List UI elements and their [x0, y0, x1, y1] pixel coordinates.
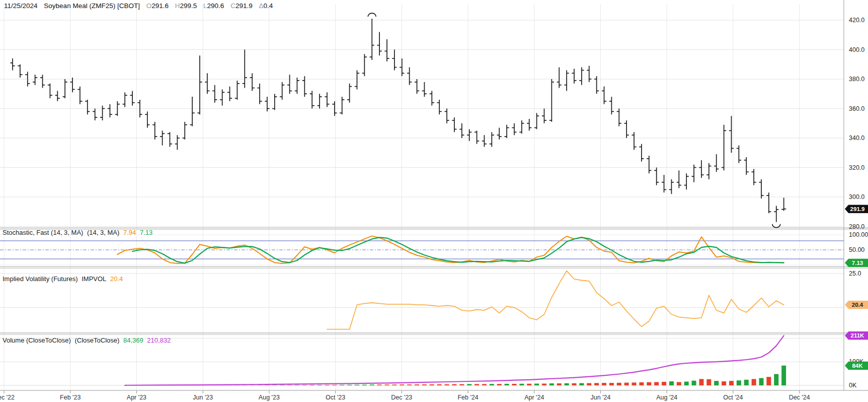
volume-bar — [519, 384, 524, 385]
volume-bar — [549, 383, 554, 385]
volume-bar — [609, 383, 614, 385]
high-arc-annotation — [368, 13, 376, 17]
volume-bar — [624, 383, 629, 385]
volume-bar — [677, 382, 681, 385]
low-label: L — [203, 2, 207, 10]
volume-bar — [318, 385, 322, 385]
volume-bar — [729, 381, 734, 385]
open-value: 291.6 — [151, 2, 169, 10]
volume-bar — [684, 382, 689, 385]
price-axis-tick: 280.0 — [849, 223, 864, 230]
stochastic-axis-tick: 100.00 — [849, 231, 868, 238]
volume-bar — [459, 384, 464, 385]
volume-bar — [422, 384, 427, 385]
volume-panel-label[interactable]: Volume (CloseToClose) (CloseToClose) 84,… — [3, 337, 173, 344]
volume-bar — [706, 379, 711, 385]
close-label: C — [230, 2, 235, 10]
x-axis-tick: Jun '24 — [591, 394, 611, 401]
stochastic-panel-label[interactable]: Stochastic, Fast (14, 3, MA) (14, 3, MA)… — [3, 229, 154, 236]
delta-value: 0.4 — [263, 2, 273, 10]
x-axis-tick: Oct '24 — [723, 394, 743, 401]
volume-bar — [647, 382, 651, 385]
volume-bar — [415, 384, 419, 385]
implied-volatility-panel-label[interactable]: Implied Volatility (Futures) IMPVOL 20.4 — [3, 275, 125, 283]
volume-bar — [452, 384, 456, 385]
volume-bar — [594, 383, 599, 385]
volume-title: Volume (CloseToClose) — [3, 337, 71, 344]
volume-bar — [272, 385, 277, 385]
x-axis-tick: Apr '24 — [524, 394, 544, 401]
volume-bar-badge: 84K — [845, 361, 868, 370]
iv-value: 20.4 — [110, 275, 123, 283]
x-axis-tick: Feb '23 — [60, 394, 81, 401]
volume-bar — [579, 383, 584, 385]
volume-bar — [490, 384, 494, 385]
x-axis-tick: Feb '24 — [457, 394, 478, 401]
price-axis-tick: 380.0 — [849, 76, 864, 83]
x-axis-tick: Jun '23 — [193, 394, 213, 401]
low-value: 290.6 — [207, 2, 224, 10]
volume-bar — [355, 385, 359, 385]
low-arc-annotation — [772, 224, 780, 228]
stochastic-axis-tick: 50.00 — [849, 246, 864, 253]
volume-bar — [752, 379, 756, 385]
volume-bar — [370, 384, 374, 385]
volume-bar — [744, 380, 749, 385]
volume-bar — [280, 385, 284, 385]
volume-bar — [654, 382, 659, 385]
x-axis-tick: Aug '24 — [656, 394, 677, 401]
volume-bar — [669, 381, 674, 385]
x-axis-tick: Apr '23 — [127, 394, 146, 401]
volume-line-badge: 211K — [845, 331, 868, 340]
volume-bar — [385, 384, 389, 385]
price-axis-tick: 320.0 — [849, 164, 864, 171]
volume-series-label: (CloseToClose) — [74, 337, 119, 344]
volume-bar — [766, 377, 771, 385]
volume-bar — [662, 382, 666, 385]
volume-close-to-close-line — [125, 336, 783, 385]
price-axis-tick: 340.0 — [849, 135, 864, 142]
iv-badge: 20.4 — [845, 301, 868, 309]
stochastic-d-line — [132, 237, 784, 263]
volume-bar — [774, 374, 778, 385]
volume-bar — [699, 379, 703, 385]
chart-title: 11/25/2024 Soybean Meal (ZMF25) [CBOT] O… — [4, 2, 273, 10]
x-axis-tick: Aug '23 — [259, 394, 280, 401]
volume-bar — [407, 384, 412, 385]
volume-bar — [325, 385, 329, 385]
volume-bar — [565, 383, 569, 385]
volume-bar — [602, 383, 606, 385]
stochastic-params: (14, 3, MA) — [87, 229, 119, 236]
volume-bar — [287, 385, 292, 385]
quote-date: 11/25/2024 — [4, 2, 38, 10]
volume-bar — [737, 380, 741, 385]
stochastic-title: Stochastic, Fast (14, 3, MA) — [3, 229, 83, 236]
price-axis-tick: 300.0 — [849, 193, 864, 200]
stoch-badge: 7.13 — [845, 258, 868, 267]
volume-bar — [722, 381, 726, 385]
instrument-name: Soybean Meal (ZMF25) [CBOT] — [44, 2, 140, 10]
price-axis-tick: 400.0 — [849, 46, 864, 53]
volume-axis-tick: 0K — [849, 382, 856, 389]
volume-bar — [692, 381, 696, 385]
price-axis-tick: 360.0 — [849, 105, 864, 112]
volume-bar — [302, 385, 307, 385]
volume-bar — [632, 382, 637, 385]
volume-bar — [430, 384, 434, 385]
volume-bar — [445, 384, 449, 385]
stochastic-d-value: 7.13 — [140, 229, 152, 236]
volume-bar — [557, 383, 562, 385]
iv-title: Implied Volatility (Futures) — [3, 275, 78, 283]
volume-bar — [505, 384, 509, 385]
volume-bar — [437, 384, 442, 385]
volume-bar — [534, 383, 539, 385]
volume-bar — [347, 385, 352, 385]
volume-bar — [714, 381, 719, 385]
volume-bar — [759, 378, 764, 385]
volume-bar — [527, 384, 531, 385]
volume-bar — [265, 385, 269, 385]
volume-bar — [332, 385, 337, 385]
volume-bar — [512, 384, 516, 385]
volume-bar — [542, 383, 546, 385]
volume-bar — [310, 385, 314, 385]
